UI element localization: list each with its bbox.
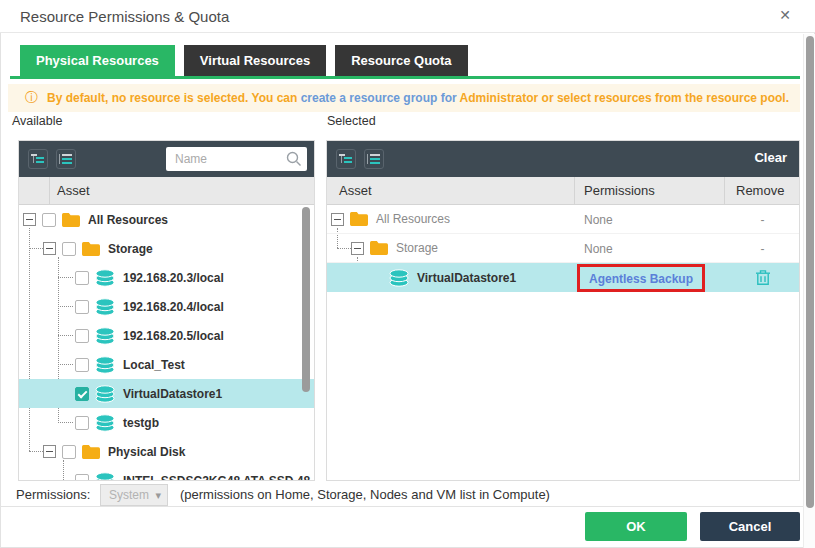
checkbox[interactable]: [75, 300, 89, 314]
info-icon: ⓘ: [25, 89, 38, 107]
permissions-value[interactable]: None: [574, 242, 613, 256]
permissions-label: Permissions:: [16, 487, 90, 502]
folder-icon: [82, 445, 100, 459]
info-banner: ⓘ By default, no resource is selected. Y…: [8, 84, 800, 112]
banner-text-prefix: By default, no resource is selected. You…: [47, 91, 301, 105]
tree-row-storage[interactable]: Storage: [19, 234, 314, 263]
tree-row-disk[interactable]: INTEL SSDSC2KG48 ATA SSD 48: [19, 466, 314, 480]
tree-row-all-resources[interactable]: All Resources: [19, 205, 314, 234]
available-panel: Asset All Resources: [18, 140, 315, 481]
search-icon[interactable]: [286, 151, 302, 171]
disk-icon: [95, 472, 115, 481]
checkbox[interactable]: [75, 358, 89, 372]
page-title: Resource Permissions & Quota: [20, 8, 229, 25]
remove-placeholder: -: [761, 213, 765, 227]
tab-virtual-resources[interactable]: Virtual Resources: [184, 45, 326, 76]
permissions-select[interactable]: System ▾: [100, 484, 168, 506]
column-header-asset: Asset: [57, 183, 90, 198]
dialog-header: Resource Permissions & Quota ✕: [0, 0, 815, 33]
checkbox[interactable]: [62, 242, 76, 256]
checkbox[interactable]: [75, 329, 89, 343]
datastore-icon: [95, 327, 115, 345]
remove-placeholder: -: [761, 242, 765, 256]
tree-row-datastore[interactable]: 192.168.20.4/local: [19, 292, 314, 321]
checkbox[interactable]: [75, 474, 89, 481]
folder-icon: [350, 212, 368, 226]
trash-icon[interactable]: [755, 269, 771, 286]
checkbox[interactable]: [42, 213, 56, 227]
datastore-icon: [95, 269, 115, 287]
selected-label: Selected: [327, 114, 376, 128]
tab-bar: Physical Resources Virtual Resources Res…: [20, 45, 468, 76]
table-row-storage[interactable]: Storage None -: [327, 234, 799, 263]
collapse-toggle-icon[interactable]: [351, 242, 364, 255]
selected-table-header: Asset Permissions Remove: [327, 177, 799, 205]
checkbox-checked[interactable]: [75, 387, 89, 401]
cancel-button[interactable]: Cancel: [700, 512, 800, 541]
tab-physical-resources[interactable]: Physical Resources: [20, 45, 175, 76]
permissions-select-value: System: [109, 488, 149, 502]
checkbox[interactable]: [62, 445, 76, 459]
selected-panel: Clear Asset Permissions Remove All Resou…: [326, 140, 800, 481]
collapse-toggle-icon[interactable]: [43, 242, 56, 255]
dropdown-caret-icon: ▾: [155, 485, 161, 505]
tree-row-datastore[interactable]: Local_Test: [19, 350, 314, 379]
header-divider: [574, 177, 575, 204]
banner-text-suffix: Administrator or select resources from t…: [457, 91, 789, 105]
close-icon[interactable]: ✕: [779, 7, 791, 23]
permissions-link[interactable]: Agentless Backup: [589, 272, 693, 286]
available-tree: All Resources Storage 192.168.20.3/local…: [19, 205, 314, 480]
annotation-highlight-box: Agentless Backup: [577, 264, 705, 292]
datastore-icon: [389, 269, 409, 287]
datastore-icon: [95, 414, 115, 432]
available-toolbar: [19, 141, 314, 177]
available-label: Available: [12, 114, 63, 128]
header-divider: [49, 177, 50, 204]
collapse-toggle-icon[interactable]: [331, 213, 344, 226]
scrollbar-thumb[interactable]: [806, 36, 814, 508]
footer-divider: [0, 506, 815, 507]
permissions-value[interactable]: None: [574, 213, 613, 227]
checkbox[interactable]: [75, 271, 89, 285]
column-header-permissions: Permissions: [584, 183, 655, 198]
collapse-toggle-icon[interactable]: [23, 213, 36, 226]
collapse-toggle-icon[interactable]: [43, 445, 56, 458]
table-row-all-resources[interactable]: All Resources None -: [327, 205, 799, 234]
search-box: [166, 147, 307, 171]
folder-icon: [82, 242, 100, 256]
tree-row-datastore[interactable]: 192.168.20.3/local: [19, 263, 314, 292]
datastore-icon: [95, 385, 115, 403]
checkbox[interactable]: [75, 416, 89, 430]
tab-resource-quota[interactable]: Resource Quota: [335, 45, 467, 76]
tree-row-datastore[interactable]: 192.168.20.5/local: [19, 321, 314, 350]
tree-row-physical-disk[interactable]: Physical Disk: [19, 437, 314, 466]
scrollbar-thumb[interactable]: [302, 207, 310, 392]
column-header-asset: Asset: [339, 183, 372, 198]
resource-permissions-dialog: Resource Permissions & Quota ✕ Physical …: [0, 0, 815, 548]
header-divider: [724, 177, 725, 204]
scrollbar-track[interactable]: [803, 34, 815, 548]
create-resource-group-link[interactable]: create a resource group for: [301, 91, 457, 105]
expand-list-icon[interactable]: [364, 149, 384, 169]
available-table-header: Asset: [19, 177, 314, 205]
collapse-tree-icon[interactable]: [336, 149, 356, 169]
expand-list-icon[interactable]: [56, 149, 76, 169]
selected-toolbar: Clear: [327, 141, 799, 177]
folder-icon: [62, 213, 80, 227]
tree-row-datastore[interactable]: testgb: [19, 408, 314, 437]
ok-button[interactable]: OK: [585, 512, 687, 541]
tab-underline: [10, 76, 800, 79]
folder-icon: [370, 241, 388, 255]
column-header-remove: Remove: [736, 183, 784, 198]
selected-tree: All Resources None - Storage None - Virt…: [327, 205, 799, 480]
clear-button[interactable]: Clear: [754, 150, 787, 165]
permissions-footer-row: Permissions: System ▾ (permissions on Ho…: [0, 484, 800, 506]
tree-row-datastore-selected[interactable]: VirtualDatastore1: [19, 379, 314, 408]
datastore-icon: [95, 298, 115, 316]
collapse-tree-icon[interactable]: [28, 149, 48, 169]
datastore-icon: [95, 356, 115, 374]
table-row-virtualdatastore1[interactable]: VirtualDatastore1 Agentless Backup: [327, 263, 799, 292]
permissions-note: (permissions on Home, Storage, Nodes and…: [180, 487, 550, 502]
